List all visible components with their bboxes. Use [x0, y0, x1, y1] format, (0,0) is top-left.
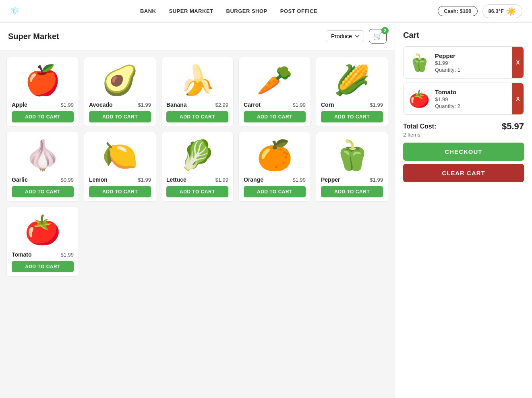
add-to-cart-button[interactable]: ADD TO CART [166, 186, 228, 197]
nav-right: Cash: $100 86.3°F ☀️ [438, 4, 522, 18]
product-name: Lemon [89, 176, 108, 183]
cart-item-quantity: Quantity: 1 [435, 67, 519, 73]
cart-item: 🫑 Pepper $1.99 Quantity: 1 X [403, 46, 524, 79]
add-to-cart-button[interactable]: ADD TO CART [12, 111, 74, 122]
clear-cart-button[interactable]: CLEAR CART [403, 164, 524, 182]
market-header: Super Market Produce Dairy Meat Bakery F… [0, 23, 395, 50]
product-grid: 🍎 Apple $1.99 ADD TO CART 🥑 Avocado $1.9… [0, 50, 395, 283]
cart-panel: Cart 🫑 Pepper $1.99 Quantity: 1 X 🍅 Toma… [395, 23, 532, 398]
product-name: Garlic [12, 176, 28, 183]
add-to-cart-button[interactable]: ADD TO CART [321, 111, 383, 122]
product-name: Apple [12, 102, 27, 108]
sun-icon: ☀️ [506, 6, 516, 16]
product-price: $1.99 [292, 102, 306, 108]
left-panel: Super Market Produce Dairy Meat Bakery F… [0, 23, 395, 398]
add-to-cart-button[interactable]: ADD TO CART [244, 186, 306, 197]
product-card: 🥕 Carrot $1.99 ADD TO CART [238, 57, 311, 127]
cart-title: Cart [403, 31, 524, 40]
add-to-cart-button[interactable]: ADD TO CART [244, 111, 306, 122]
weather-temp: 86.3°F [489, 8, 504, 14]
category-select[interactable]: Produce Dairy Meat Bakery Frozen [326, 30, 364, 42]
market-title: Super Market [8, 32, 59, 41]
product-price: $1.99 [215, 177, 228, 183]
nav-postoffice[interactable]: POST OFFICE [280, 8, 317, 14]
product-emoji: 🍌 [179, 62, 215, 98]
product-price: $1.99 [370, 177, 383, 183]
top-nav: ⚛ BANK SUPER MARKET BURGER SHOP POST OFF… [0, 0, 532, 23]
product-emoji: 🫑 [334, 137, 370, 173]
product-price: $1.99 [138, 177, 151, 183]
nav-supermarket[interactable]: SUPER MARKET [169, 8, 213, 14]
product-name: Pepper [321, 176, 340, 183]
nav-links: BANK SUPER MARKET BURGER SHOP POST OFFIC… [140, 8, 317, 14]
checkout-button[interactable]: CHECKOUT [403, 143, 524, 161]
product-name: Avocado [89, 102, 113, 108]
product-card: 🍅 Tomato $1.99 ADD TO CART [6, 207, 79, 277]
add-to-cart-button[interactable]: ADD TO CART [89, 111, 151, 122]
product-emoji: 🍋 [102, 137, 138, 173]
cart-item-quantity: Quantity: 2 [435, 103, 519, 109]
product-emoji: 🥑 [102, 62, 138, 98]
total-label: Total Cost: [403, 123, 436, 130]
add-to-cart-button[interactable]: ADD TO CART [321, 186, 383, 197]
total-amount: $5.97 [502, 121, 524, 132]
cart-item-name: Tomato [435, 89, 519, 95]
cart-item-emoji: 🍅 [408, 88, 430, 110]
product-emoji: 🍎 [25, 62, 61, 98]
add-to-cart-button[interactable]: ADD TO CART [166, 111, 228, 122]
product-price: $2.99 [215, 102, 228, 108]
main-layout: Super Market Produce Dairy Meat Bakery F… [0, 23, 532, 398]
cart-badge: 2 [381, 27, 389, 34]
cart-item-price: $1.99 [435, 96, 519, 102]
product-card: 🍊 Orange $1.99 ADD TO CART [238, 132, 311, 202]
product-emoji: 🌽 [334, 62, 370, 98]
product-price: $1.99 [370, 102, 383, 108]
cash-display: Cash: $100 [438, 6, 478, 16]
product-card: 🫑 Pepper $1.99 ADD TO CART [316, 132, 388, 202]
cart-remove-button[interactable]: X [512, 47, 524, 78]
product-name: Lettuce [166, 176, 186, 183]
cart-item-info: Tomato $1.99 Quantity: 2 [435, 89, 519, 109]
product-card: 🌽 Corn $1.99 ADD TO CART [316, 57, 388, 127]
product-emoji: 🧄 [25, 137, 61, 173]
cart-remove-button[interactable]: X [512, 83, 524, 114]
product-card: 🍋 Lemon $1.99 ADD TO CART [84, 132, 156, 202]
product-card: 🥑 Avocado $1.99 ADD TO CART [84, 57, 156, 127]
product-card: 🍎 Apple $1.99 ADD TO CART [6, 57, 79, 127]
cart-items-list: 🫑 Pepper $1.99 Quantity: 1 X 🍅 Tomato $1… [403, 46, 524, 115]
cart-item-price: $1.99 [435, 60, 519, 66]
add-to-cart-button[interactable]: ADD TO CART [89, 186, 151, 197]
product-price: $1.99 [138, 102, 151, 108]
product-price: $0.99 [60, 177, 74, 183]
cart-total-section: Total Cost: $5.97 2 Items [403, 121, 524, 138]
product-emoji: 🍊 [257, 137, 293, 173]
nav-burgershop[interactable]: BURGER SHOP [226, 8, 267, 14]
product-emoji: 🥬 [179, 137, 215, 173]
product-name: Orange [244, 176, 263, 183]
product-emoji: 🍅 [25, 212, 61, 248]
cart-item-name: Pepper [435, 52, 519, 59]
product-name: Carrot [244, 102, 261, 108]
weather-display: 86.3°F ☀️ [482, 4, 522, 18]
cart-item: 🍅 Tomato $1.99 Quantity: 2 X [403, 83, 524, 115]
product-price: $1.99 [60, 252, 74, 258]
product-emoji: 🥕 [257, 62, 293, 98]
product-card: 🧄 Garlic $0.99 ADD TO CART [6, 132, 79, 202]
items-count: 2 Items [403, 132, 524, 138]
add-to-cart-button[interactable]: ADD TO CART [12, 261, 74, 272]
app-logo: ⚛ [10, 4, 20, 18]
add-to-cart-button[interactable]: ADD TO CART [12, 186, 74, 197]
product-price: $1.99 [292, 177, 306, 183]
cart-button[interactable]: 🛒 2 [369, 29, 387, 44]
cart-item-info: Pepper $1.99 Quantity: 1 [435, 52, 519, 73]
product-name: Corn [321, 102, 334, 108]
product-name: Tomato [12, 251, 32, 258]
header-right: Produce Dairy Meat Bakery Frozen 🛒 2 [326, 29, 387, 44]
cart-item-emoji: 🫑 [408, 52, 430, 73]
nav-bank[interactable]: BANK [140, 8, 156, 14]
product-card: 🥬 Lettuce $1.99 ADD TO CART [161, 132, 234, 202]
product-name: Banana [166, 102, 187, 108]
product-price: $1.99 [60, 102, 74, 108]
product-card: 🍌 Banana $2.99 ADD TO CART [161, 57, 234, 127]
